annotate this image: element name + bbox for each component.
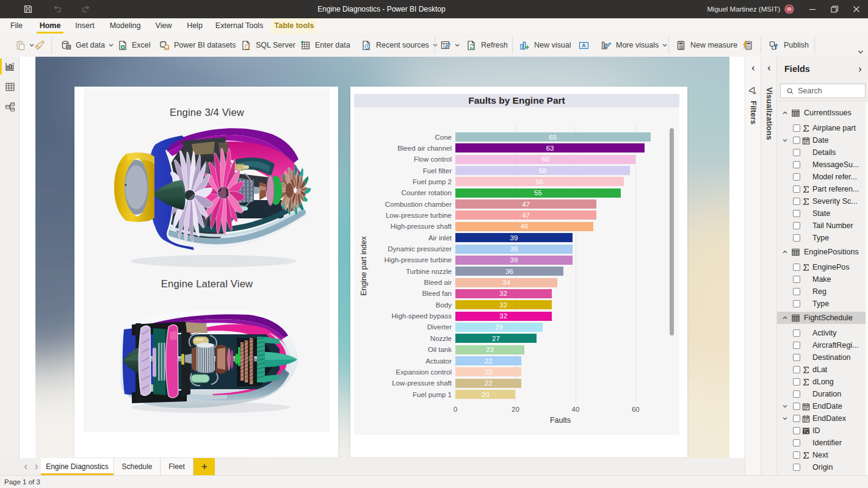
field-row-identifier[interactable]: Identifier xyxy=(777,437,868,449)
restore-button[interactable] xyxy=(824,0,845,18)
save-icon[interactable] xyxy=(23,4,33,14)
expand-filters-icon[interactable] xyxy=(750,65,756,71)
field-checkbox[interactable] xyxy=(793,354,800,361)
field-checkbox[interactable] xyxy=(793,342,800,349)
field-row-dlat[interactable]: dLat xyxy=(777,364,868,376)
field-row-enginepos[interactable]: EnginePos xyxy=(777,261,868,273)
field-checkbox[interactable] xyxy=(793,210,800,217)
signed-in-user[interactable]: Miguel Martinez (MSIT) xyxy=(707,0,781,18)
field-row-dlong[interactable]: dLong xyxy=(777,376,868,388)
field-row-enginepositions[interactable]: EnginePositions xyxy=(777,246,868,258)
field-checkbox[interactable] xyxy=(793,451,800,459)
page-tab-engine-diagnostics[interactable]: Engine Diagnostics xyxy=(41,458,114,475)
field-checkbox[interactable] xyxy=(793,415,800,422)
refresh-button[interactable]: Refresh xyxy=(466,34,508,57)
field-checkbox[interactable] xyxy=(793,161,800,168)
engine-views-visual[interactable]: Engine 3/4 ViewEngine Lateral View xyxy=(74,87,338,458)
field-row-make[interactable]: Make xyxy=(777,273,868,285)
field-row-part-referen-[interactable]: Part referen... xyxy=(777,183,868,195)
field-row-messagesu-[interactable]: MessageSu... xyxy=(777,159,868,171)
field-row-model-refer-[interactable]: Model refer... xyxy=(777,171,868,183)
field-row-tail-number[interactable]: Tail Number xyxy=(777,220,868,232)
field-checkbox[interactable] xyxy=(793,300,800,307)
faults-bar-chart-visual[interactable]: Faults by Engine PartCone65Bleed air cha… xyxy=(350,87,687,458)
field-row-id[interactable]: ID xyxy=(777,425,868,437)
recent-sources-button[interactable]: Recent sources xyxy=(361,34,438,57)
field-checkbox[interactable] xyxy=(793,185,800,193)
collapse-fields-icon[interactable] xyxy=(857,66,863,73)
field-row-enddate[interactable]: EndDate xyxy=(777,400,868,412)
menu-tab-modeling[interactable]: Modeling xyxy=(106,18,144,34)
field-checkbox[interactable] xyxy=(793,390,800,398)
undo-icon[interactable] xyxy=(52,4,62,14)
text-box-button[interactable] xyxy=(579,34,589,57)
field-row-next[interactable]: Next xyxy=(777,449,868,461)
expand-icon[interactable] xyxy=(782,415,788,422)
close-button[interactable] xyxy=(846,0,867,18)
menu-tab-file[interactable]: File xyxy=(4,18,29,34)
expand-visualizations-icon[interactable] xyxy=(766,65,772,71)
field-row-state[interactable]: State xyxy=(777,207,868,220)
page-tab-schedule[interactable]: Schedule xyxy=(114,458,161,475)
publish-button[interactable]: Publish xyxy=(769,34,809,57)
field-row-origin[interactable]: Origin xyxy=(777,461,868,473)
user-avatar[interactable] xyxy=(784,4,794,14)
menu-tab-table-tools[interactable]: Table tools xyxy=(271,18,318,34)
field-checkbox[interactable] xyxy=(793,329,800,337)
field-checkbox[interactable] xyxy=(793,464,800,471)
chart-scrollbar[interactable] xyxy=(670,128,674,336)
field-checkbox[interactable] xyxy=(793,198,800,205)
next-page-arrow-icon[interactable] xyxy=(34,464,39,470)
transform-data-button[interactable] xyxy=(441,34,460,57)
field-checkbox[interactable] xyxy=(793,222,800,229)
field-row-currentissues[interactable]: CurrentIssues xyxy=(777,107,868,119)
excel-button[interactable]: Excel xyxy=(117,34,151,57)
menu-tab-help[interactable]: Help xyxy=(183,18,207,34)
redo-icon[interactable] xyxy=(81,4,91,14)
fields-search-input[interactable]: Search xyxy=(780,84,866,98)
field-checkbox[interactable] xyxy=(793,366,800,373)
field-checkbox[interactable] xyxy=(793,234,800,242)
paste-button[interactable] xyxy=(15,34,35,57)
field-checkbox[interactable] xyxy=(793,378,800,386)
collapse-icon[interactable] xyxy=(782,249,788,255)
format-painter-button[interactable] xyxy=(34,34,45,57)
filters-pane-collapsed[interactable]: Filters xyxy=(745,57,761,475)
field-checkbox[interactable] xyxy=(793,264,800,271)
report-canvas[interactable]: Engine 3/4 ViewEngine Lateral ViewFaults… xyxy=(20,57,745,458)
field-row-activity[interactable]: Activity xyxy=(777,327,868,339)
menu-tab-external-tools[interactable]: External Tools xyxy=(213,18,266,34)
power-bi-datasets-button[interactable]: Power BI datasets xyxy=(159,34,236,57)
field-row-type[interactable]: Type xyxy=(777,298,868,310)
collapse-icon[interactable] xyxy=(782,315,788,321)
field-row-aircraftregi-[interactable]: AircraftRegi... xyxy=(777,339,868,351)
new-page-button[interactable] xyxy=(193,458,215,475)
menu-tab-home[interactable]: Home xyxy=(37,18,63,34)
model-view-icon[interactable] xyxy=(5,102,15,112)
visualizations-pane-collapsed[interactable]: Visualizations xyxy=(761,57,776,475)
enter-data-button[interactable]: Enter data xyxy=(300,34,350,57)
field-checkbox[interactable] xyxy=(793,149,800,156)
expand-icon[interactable] xyxy=(782,137,788,143)
sql-server-button[interactable]: SQL Server xyxy=(241,34,295,57)
field-checkbox[interactable] xyxy=(793,439,800,447)
field-checkbox[interactable] xyxy=(793,173,800,181)
collapse-ribbon-icon[interactable] xyxy=(857,48,864,56)
new-measure-button[interactable]: New measure xyxy=(676,34,737,57)
menu-tab-insert[interactable]: Insert xyxy=(71,18,99,34)
field-row-date[interactable]: Date xyxy=(777,134,868,146)
menu-tab-view[interactable]: View xyxy=(151,18,176,34)
quick-measure-button[interactable] xyxy=(742,34,753,57)
field-row-type[interactable]: Type xyxy=(777,232,868,244)
fields-scrollbar-track[interactable] xyxy=(866,101,868,475)
page-tab-fleet[interactable]: Fleet xyxy=(161,458,193,475)
report-view-icon[interactable] xyxy=(5,62,15,72)
field-checkbox[interactable] xyxy=(793,427,800,434)
field-row-severity-sc-[interactable]: Severity Sc... xyxy=(777,195,868,207)
field-row-duration[interactable]: Duration xyxy=(777,388,868,400)
collapse-icon[interactable] xyxy=(782,110,788,116)
expand-icon[interactable] xyxy=(782,403,788,409)
field-checkbox[interactable] xyxy=(793,403,800,410)
minimize-button[interactable] xyxy=(802,0,823,18)
field-row-details[interactable]: Details xyxy=(777,146,868,159)
